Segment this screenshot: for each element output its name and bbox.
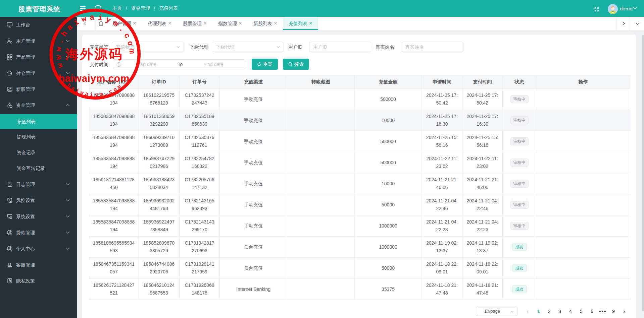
svg-text:haiwaiym.com: haiwaiym.com — [66, 82, 124, 98]
svg-text:海外源码: 海外源码 — [65, 47, 123, 61]
svg-text:haiwaiym.com: haiwaiym.com — [59, 73, 130, 84]
